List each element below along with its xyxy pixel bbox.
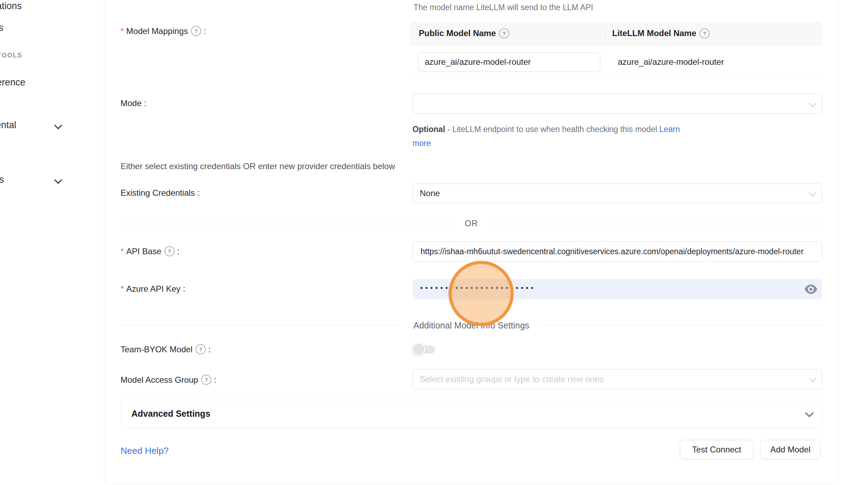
label-colon: : bbox=[214, 375, 216, 385]
sidebar-section-label: TOOLS bbox=[0, 52, 22, 59]
table-row: azure_ai/azure-model-router azure_ai/azu… bbox=[410, 45, 822, 79]
select-placeholder: Select existing groups or type to create… bbox=[420, 374, 603, 384]
chevron-down-icon bbox=[805, 409, 814, 417]
help-icon[interactable]: ? bbox=[191, 26, 201, 36]
eye-icon[interactable] bbox=[805, 284, 817, 294]
label-text: Team-BYOK Model bbox=[121, 345, 192, 354]
model-mappings-label: * Model Mappings ? : bbox=[121, 26, 206, 36]
existing-credentials-select[interactable]: None bbox=[412, 183, 822, 203]
sidebar-item[interactable]: ental bbox=[0, 120, 16, 131]
mode-select[interactable] bbox=[412, 94, 822, 113]
optional-bold: Optional bbox=[412, 125, 447, 134]
or-divider-text: OR bbox=[465, 219, 478, 228]
optional-text: - LiteLLM endpoint to use when health ch… bbox=[447, 125, 659, 134]
label-colon: : bbox=[177, 247, 179, 256]
or-divider-line bbox=[121, 224, 454, 224]
chevron-down-icon[interactable] bbox=[54, 122, 62, 130]
api-base-input[interactable]: https://ishaa-mh6uutut-swedencentral.cog… bbox=[412, 241, 822, 262]
label-colon: : bbox=[144, 98, 146, 108]
column-header-litellm-model-name: LiteLLM Model Name ? bbox=[605, 22, 710, 45]
label-text: Model Access Group bbox=[121, 375, 198, 385]
label-text: Existing Credentials bbox=[121, 188, 195, 198]
header-text: Public Model Name bbox=[419, 28, 496, 38]
public-model-name-input[interactable]: azure_ai/azure-model-router bbox=[418, 52, 600, 72]
section-divider-line bbox=[121, 325, 398, 326]
model-access-group-label: Model Access Group ? : bbox=[121, 375, 216, 385]
label-text: Azure API Key bbox=[126, 284, 180, 294]
model-mappings-table: Public Model Name ? LiteLLM Model Name ?… bbox=[410, 22, 822, 79]
label-text: API Base bbox=[126, 247, 161, 256]
litellm-model-name-value: azure_ai/azure-model-router bbox=[618, 57, 724, 67]
azure-api-key-label: * Azure API Key : bbox=[121, 284, 185, 294]
advanced-settings-panel[interactable]: Advanced Settings bbox=[121, 400, 822, 428]
label-colon: : bbox=[183, 284, 185, 294]
credentials-note: Either select existing credentials OR en… bbox=[121, 161, 395, 171]
toggle-knob bbox=[412, 342, 425, 356]
test-connect-button[interactable]: Test Connect bbox=[680, 440, 753, 459]
chevron-down-icon[interactable] bbox=[54, 176, 62, 184]
required-asterisk: * bbox=[121, 26, 124, 36]
sidebar-item[interactable]: s bbox=[0, 174, 4, 185]
model-access-group-select[interactable]: Select existing groups or type to create… bbox=[412, 369, 822, 389]
public-model-name-cell: azure_ai/azure-model-router bbox=[410, 52, 605, 72]
label-colon: : bbox=[197, 188, 200, 198]
team-byok-label: Team-BYOK Model ? : bbox=[121, 344, 211, 354]
required-asterisk: * bbox=[121, 284, 124, 294]
api-base-label: * API Base ? : bbox=[121, 246, 179, 256]
selected-value: None bbox=[420, 188, 440, 198]
help-icon[interactable]: ? bbox=[201, 375, 211, 385]
label-text: Model Mappings bbox=[126, 26, 188, 36]
section-divider-line bbox=[541, 325, 822, 326]
need-help-link[interactable]: Need Help? bbox=[121, 445, 169, 456]
help-icon[interactable]: ? bbox=[196, 344, 206, 354]
existing-credentials-label: Existing Credentials : bbox=[121, 188, 200, 198]
header-divider bbox=[605, 26, 606, 41]
required-asterisk: * bbox=[121, 247, 124, 256]
additional-settings-divider-text: Additional Model Info Settings bbox=[414, 320, 529, 331]
chevron-down-icon bbox=[809, 375, 816, 382]
help-icon[interactable]: ? bbox=[164, 246, 175, 256]
chevron-down-icon bbox=[809, 189, 816, 196]
label-colon: : bbox=[208, 345, 211, 354]
add-model-page: ations s TOOLS erence ental s The model … bbox=[0, 0, 868, 485]
or-divider-line bbox=[489, 224, 822, 224]
model-name-hint: The model name LiteLLM will send to the … bbox=[414, 3, 593, 12]
label-text: Mode bbox=[121, 98, 142, 108]
sidebar-item[interactable]: erence bbox=[0, 77, 26, 88]
label-colon: : bbox=[204, 26, 206, 36]
mode-help-text: Optional - LiteLLM endpoint to use when … bbox=[412, 122, 700, 150]
chevron-down-icon bbox=[809, 99, 816, 107]
sidebar-item[interactable]: s bbox=[0, 22, 4, 33]
sidebar-item[interactable]: ations bbox=[0, 1, 22, 12]
help-icon[interactable]: ? bbox=[499, 28, 509, 39]
add-model-button[interactable]: Add Model bbox=[760, 440, 821, 459]
team-byok-toggle[interactable] bbox=[412, 342, 437, 356]
column-header-public-model-name: Public Model Name ? bbox=[410, 22, 605, 45]
help-icon[interactable]: ? bbox=[699, 28, 710, 39]
masked-password-value: ••••••••••••••••••••••• bbox=[420, 284, 536, 292]
advanced-settings-title: Advanced Settings bbox=[131, 409, 210, 419]
header-text: LiteLLM Model Name bbox=[612, 28, 696, 38]
azure-api-key-input[interactable]: ••••••••••••••••••••••• bbox=[412, 279, 822, 299]
mode-label: Mode : bbox=[121, 98, 146, 108]
table-header-row: Public Model Name ? LiteLLM Model Name ? bbox=[410, 22, 822, 45]
